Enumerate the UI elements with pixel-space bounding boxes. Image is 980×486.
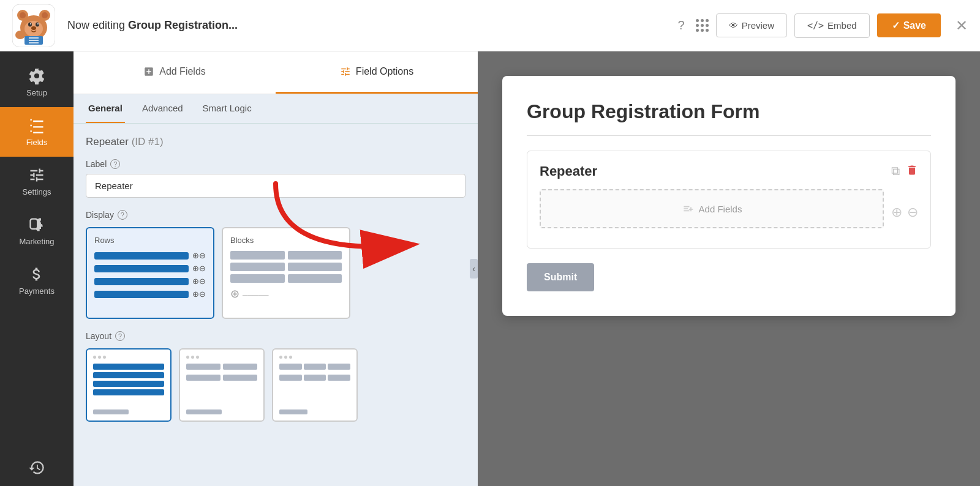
- top-bar-actions: ? 👁 Preview </> Embed ✓ Save ✕: [674, 13, 968, 38]
- sidebar-payments-label: Payments: [19, 286, 55, 296]
- field-title: Repeater (ID #1): [86, 136, 466, 148]
- label-input[interactable]: [86, 174, 466, 198]
- panel-wrapper: Add Fields Field Options General Advance…: [74, 51, 478, 486]
- layout-field-group: Layout ?: [86, 331, 466, 422]
- repeater-block: Repeater ⧉ Add Fields ⊕: [527, 151, 931, 249]
- sidebar-item-payments[interactable]: Payments: [0, 256, 74, 305]
- sub-tab-advanced[interactable]: Advanced: [140, 94, 186, 123]
- sidebar-item-settings[interactable]: Settings: [0, 157, 74, 206]
- svg-point-9: [30, 23, 31, 24]
- repeater-delete-icon[interactable]: [906, 164, 918, 179]
- repeater-header: Repeater ⧉: [540, 163, 918, 179]
- sidebar-item-history[interactable]: [0, 449, 74, 486]
- svg-point-8: [36, 22, 39, 26]
- eye-icon: 👁: [729, 20, 738, 31]
- help-icon[interactable]: ?: [674, 15, 688, 36]
- panel-tabs: Add Fields Field Options: [74, 51, 478, 94]
- svg-point-10: [37, 23, 39, 24]
- submit-button[interactable]: Submit: [527, 263, 594, 291]
- repeater-add-row[interactable]: ⊕: [891, 204, 902, 220]
- editing-title: Now editing Group Registration...: [67, 19, 674, 32]
- sidebar-fields-label: Fields: [26, 138, 48, 147]
- sidebar-setup-label: Setup: [26, 88, 47, 97]
- rows-label: Rows: [94, 236, 206, 245]
- display-label: Display ?: [86, 210, 466, 220]
- display-option-blocks[interactable]: Blocks: [222, 227, 350, 319]
- sidebar-item-marketing[interactable]: Marketing: [0, 206, 74, 256]
- repeater-counters: ⊕ ⊖: [891, 204, 918, 220]
- layout-option-2[interactable]: [179, 348, 265, 422]
- repeater-remove-row[interactable]: ⊖: [907, 204, 918, 220]
- code-icon: </>: [807, 20, 824, 31]
- svg-point-12: [15, 31, 25, 39]
- display-options: Rows ⊕⊖ ⊕⊖: [86, 227, 466, 319]
- app-logo: [12, 4, 55, 47]
- main-content: Setup Fields Settings Marketing Payments: [0, 51, 980, 486]
- field-options-panel: Add Fields Field Options General Advance…: [74, 51, 478, 486]
- repeater-copy-icon[interactable]: ⧉: [891, 164, 900, 179]
- label-field-label: Label ?: [86, 159, 466, 169]
- repeater-title: Repeater: [540, 163, 597, 179]
- layout-label: Layout ?: [86, 331, 466, 341]
- tab-add-fields[interactable]: Add Fields: [74, 51, 276, 94]
- grid-icon[interactable]: [696, 19, 709, 32]
- close-button[interactable]: ✕: [956, 17, 968, 34]
- panel-collapse-button[interactable]: ‹: [470, 259, 478, 279]
- svg-point-5: [42, 12, 48, 18]
- blocks-label: Blocks: [230, 236, 342, 245]
- repeater-actions: ⧉: [891, 164, 918, 179]
- sidebar-settings-label: Settings: [23, 187, 51, 196]
- sub-tab-smart-logic[interactable]: Smart Logic: [200, 94, 254, 123]
- check-icon: ✓: [892, 20, 900, 31]
- layout-option-3[interactable]: [272, 348, 358, 422]
- layout-help-icon[interactable]: ?: [115, 331, 125, 341]
- svg-point-7: [28, 22, 32, 26]
- display-option-rows[interactable]: Rows ⊕⊖ ⊕⊖: [86, 227, 214, 319]
- top-bar: Now editing Group Registration... ? 👁 Pr…: [0, 0, 980, 51]
- save-button[interactable]: ✓ Save: [877, 13, 941, 37]
- display-help-icon[interactable]: ?: [118, 210, 127, 220]
- layout-option-1[interactable]: [86, 348, 172, 422]
- layout-options: [86, 348, 466, 422]
- display-field-group: Display ? Rows ⊕⊖: [86, 210, 466, 319]
- label-field-group: Label ?: [86, 159, 466, 198]
- tab-field-options[interactable]: Field Options: [276, 51, 478, 94]
- form-preview-area: Group Registration Form Repeater ⧉ A: [478, 51, 980, 486]
- panel-content: Repeater (ID #1) Label ? Display ?: [74, 124, 478, 486]
- embed-button[interactable]: </> Embed: [794, 13, 870, 38]
- svg-point-4: [20, 12, 26, 18]
- label-help-icon[interactable]: ?: [110, 159, 120, 169]
- form-title: Group Registration Form: [527, 100, 931, 123]
- sidebar: Setup Fields Settings Marketing Payments: [0, 51, 74, 486]
- sub-tab-general[interactable]: General: [86, 94, 125, 123]
- svg-point-11: [31, 26, 36, 30]
- preview-button[interactable]: 👁 Preview: [716, 13, 787, 37]
- sub-tabs: General Advanced Smart Logic: [74, 94, 478, 124]
- form-divider: [527, 135, 931, 136]
- sidebar-marketing-label: Marketing: [19, 237, 54, 246]
- sidebar-item-setup[interactable]: Setup: [0, 58, 74, 107]
- sidebar-item-fields[interactable]: Fields: [0, 107, 74, 157]
- add-fields-zone[interactable]: Add Fields: [540, 189, 884, 228]
- form-card: Group Registration Form Repeater ⧉ A: [502, 76, 956, 316]
